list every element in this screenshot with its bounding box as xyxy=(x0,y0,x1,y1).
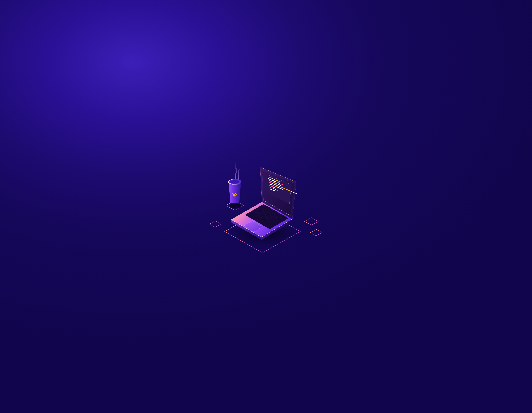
svg-line-22 xyxy=(291,191,292,192)
svg-point-3 xyxy=(233,194,236,196)
svg-line-23 xyxy=(293,192,294,192)
scene-svg xyxy=(193,158,339,255)
decor-rhombus-right-2 xyxy=(310,229,322,236)
coffee-cup xyxy=(228,161,241,204)
svg-line-32 xyxy=(273,189,274,189)
svg-point-4 xyxy=(232,193,233,194)
svg-point-2 xyxy=(230,180,239,184)
svg-point-5 xyxy=(233,192,235,193)
svg-line-24 xyxy=(295,193,296,193)
decor-rhombus-right-1 xyxy=(304,218,318,225)
isometric-illustration xyxy=(193,158,339,255)
steam-icon xyxy=(235,161,239,179)
svg-line-28 xyxy=(284,190,285,190)
decor-rhombus-left xyxy=(209,221,221,227)
svg-point-6 xyxy=(235,193,236,194)
svg-point-7 xyxy=(236,194,237,195)
